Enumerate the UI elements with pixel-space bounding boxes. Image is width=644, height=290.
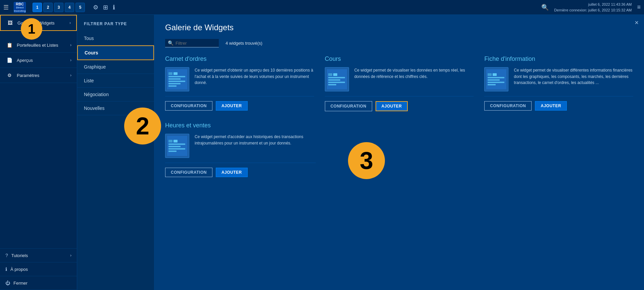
chevron-right-tutoriels: ›	[70, 253, 71, 258]
top-bar-icons: ⚙ ⊞ ℹ	[93, 4, 115, 11]
apropos-icon: ℹ	[5, 266, 7, 272]
tutoriels-icon: ?	[5, 253, 8, 258]
gallery-panel: × Galerie de Widgets 🔍 4 widgets trouvé(…	[154, 15, 644, 290]
sidebar-label-apercus: Aperçus	[17, 58, 70, 63]
badge-3: 3	[348, 142, 385, 179]
widget-card-carnet-ordres: Carnet d'ordres	[165, 55, 314, 111]
widget-thumb-heures	[165, 134, 189, 158]
tab-buttons: 1 2 3 4 5	[33, 3, 85, 12]
tab-5[interactable]: 5	[76, 3, 85, 12]
filter-graphique[interactable]: Graphique	[77, 60, 154, 74]
gallery-search-bar: 🔍 4 widgets trouvé(s)	[165, 39, 633, 47]
sidebar-fermer[interactable]: ⏻ Fermer	[0, 276, 77, 290]
tab-3[interactable]: 3	[54, 3, 63, 12]
ajouter-button-heures[interactable]: AJOUTER	[216, 168, 248, 177]
config-button-heures[interactable]: CONFIGURATION	[165, 168, 212, 177]
sidebar-label-portefeuilles: Portefeuilles et Listes	[17, 43, 70, 48]
sidebar-label-apropos: À propos	[10, 267, 71, 272]
gallery-count: 4 widgets trouvé(s)	[226, 41, 262, 46]
ajouter-button-fiche[interactable]: AJOUTER	[535, 101, 567, 111]
galerie-icon: 🖼	[6, 19, 14, 26]
config-button-carnet[interactable]: CONFIGURATION	[165, 101, 212, 111]
sidebar: 🖼 Galerie de Widgets › 1 📋 Portefeuilles…	[0, 15, 77, 290]
portefeuilles-icon: 📋	[5, 42, 13, 48]
widget-grid: Carnet d'ordres	[165, 55, 633, 122]
widget-actions-fiche: CONFIGURATION AJOUTER	[484, 101, 633, 111]
second-row: Heures et ventes	[165, 122, 633, 188]
chevron-right-icon: ›	[69, 20, 71, 25]
top-bar-right: 🔍 juillet 6, 2022 11:43:36 AM Dernière c…	[541, 2, 641, 13]
sidebar-item-parametres[interactable]: ⚙ Paramètres ›	[0, 68, 77, 83]
apercus-icon: 📄	[5, 57, 13, 64]
top-bar-left: ☰ RBC DirectInvesting 1 2 3 4 5 ⚙ ⊞ ℹ	[3, 2, 115, 13]
last-login: Dernière connexion: juillet 6, 2022 10:1…	[554, 7, 632, 13]
filter-tous[interactable]: Tous	[77, 32, 154, 45]
chevron-right-icon-4: ›	[70, 73, 71, 78]
sidebar-label-fermer: Fermer	[13, 281, 71, 286]
chevron-right-icon-3: ›	[70, 58, 71, 63]
widget-body-carnet: Ce widget permet d'obtenir un aperçu des…	[165, 67, 314, 96]
badge-2: 2	[124, 108, 161, 144]
sidebar-label-parametres: Paramètres	[17, 73, 70, 78]
widget-title-cours: Cours	[325, 55, 474, 63]
tab-2[interactable]: 2	[43, 3, 53, 12]
widget-card-heures: Heures et ventes	[165, 122, 316, 177]
config-button-fiche[interactable]: CONFIGURATION	[484, 101, 532, 111]
widget-body-cours: Ce widget permet de visualiser les donné…	[325, 67, 474, 96]
widget-title-heures: Heures et ventes	[165, 122, 316, 129]
current-time: juillet 6, 2022 11:43:36 AM	[554, 2, 632, 7]
sidebar-bottom: ? Tutoriels › ℹ À propos ⏻ Fermer	[0, 248, 77, 290]
sidebar-label-tutoriels: Tutoriels	[11, 253, 70, 258]
tab-4[interactable]: 4	[65, 3, 74, 12]
widget-body-fiche: Ce widget permet de visualiser différent…	[484, 67, 633, 96]
top-bar: ☰ RBC DirectInvesting 1 2 3 4 5 ⚙ ⊞ ℹ 🔍 …	[0, 0, 644, 15]
tools-icon[interactable]: ⚙	[93, 4, 98, 11]
top-menu-icon[interactable]: ≡	[637, 4, 641, 11]
ajouter-button-cours[interactable]: AJOUTER	[376, 101, 408, 111]
widget-card-cours: Cours Ce	[325, 55, 474, 111]
gallery-title: Galerie de Widgets	[165, 23, 633, 32]
layout-icon[interactable]: ⊞	[103, 4, 108, 11]
main-area: 🖼 Galerie de Widgets › 1 📋 Portefeuilles…	[0, 15, 644, 290]
widget-desc-cours: Ce widget permet de visualiser les donné…	[354, 67, 474, 91]
widget-actions-heures: CONFIGURATION AJOUTER	[165, 168, 316, 177]
sidebar-item-apercus[interactable]: 📄 Aperçus ›	[0, 53, 77, 68]
hamburger-icon[interactable]: ☰	[3, 4, 9, 11]
widget-card-fiche: Fiche d'information	[484, 55, 633, 111]
widget-thumb-cours	[325, 67, 349, 91]
sidebar-item-portefeuilles[interactable]: 📋 Portefeuilles et Listes ›	[0, 38, 77, 53]
search-input-wrap: 🔍	[165, 39, 219, 47]
widget-body-heures: Ce widget permet d'accéder aux historiqu…	[165, 134, 316, 163]
filter-cours[interactable]: Cours	[77, 45, 154, 60]
config-button-cours[interactable]: CONFIGURATION	[325, 101, 372, 111]
sidebar-tutoriels[interactable]: ? Tutoriels ›	[0, 249, 77, 262]
widget-thumb-carnet	[165, 67, 189, 91]
widget-actions-carnet: CONFIGURATION AJOUTER	[165, 101, 314, 111]
filter-liste[interactable]: Liste	[77, 74, 154, 88]
filter-negociation[interactable]: Négociation	[77, 88, 154, 101]
filter-panel: FILTRER PAR TYPE Tous Cours Graphique Li…	[77, 15, 154, 290]
rbc-logo: RBC DirectInvesting	[14, 2, 26, 13]
ajouter-button-carnet[interactable]: AJOUTER	[216, 101, 248, 111]
fermer-icon: ⏻	[5, 280, 10, 286]
gallery-close-button[interactable]: ×	[635, 19, 639, 27]
widget-desc-carnet: Ce widget permet d'obtenir un aperçu des…	[195, 67, 314, 91]
search-icon[interactable]: 🔍	[541, 4, 549, 11]
sidebar-item-galerie[interactable]: 🖼 Galerie de Widgets › 1	[0, 15, 77, 31]
info-icon[interactable]: ℹ	[113, 4, 115, 11]
widget-title-carnet: Carnet d'ordres	[165, 55, 314, 63]
search-icon-gallery: 🔍	[168, 40, 174, 46]
gallery-search-input[interactable]	[176, 41, 216, 46]
widget-desc-heures: Ce widget permet d'accéder aux historiqu…	[195, 134, 316, 158]
widget-actions-cours: CONFIGURATION AJOUTER	[325, 101, 474, 111]
badge-1: 1	[21, 18, 42, 40]
chevron-right-icon-2: ›	[70, 43, 71, 47]
parametres-icon: ⚙	[5, 72, 13, 79]
widget-title-fiche: Fiche d'information	[484, 55, 633, 63]
widget-thumb-fiche	[484, 67, 508, 91]
sidebar-apropos[interactable]: ℹ À propos	[0, 262, 77, 276]
datetime-display: juillet 6, 2022 11:43:36 AM Dernière con…	[554, 2, 632, 13]
tab-1[interactable]: 1	[33, 3, 42, 12]
widget-desc-fiche: Ce widget permet de visualiser différent…	[514, 67, 633, 91]
filter-title: FILTRER PAR TYPE	[77, 22, 154, 32]
